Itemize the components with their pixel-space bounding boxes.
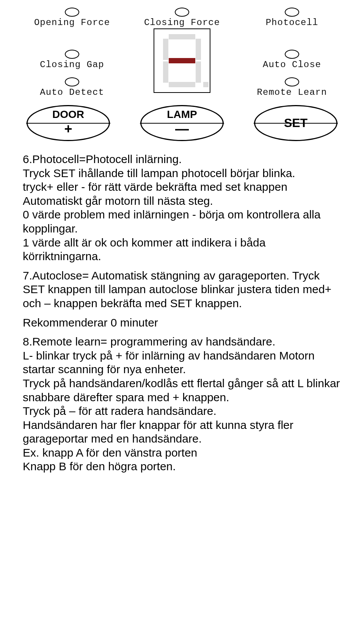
led-closing-gap: Closing Gap: [23, 50, 121, 70]
led-icon: [285, 50, 299, 59]
paragraph-recommend: Rekommenderar 0 minuter: [23, 316, 341, 330]
door-plus-button[interactable]: DOOR +: [27, 105, 110, 141]
lamp-button-label: LAMP: [167, 108, 197, 121]
control-panel-diagram: Opening Force Closing Force Phot: [23, 8, 341, 141]
led-remote-learn: Remote Learn: [243, 77, 341, 97]
lamp-minus-button[interactable]: LAMP —: [140, 105, 224, 141]
seven-segment-icon: [163, 34, 201, 87]
paragraph-8: 8.Remote learn= programmering av handsän…: [23, 335, 341, 474]
paragraph-7: 7.Autoclose= Automatisk stängning av gar…: [23, 269, 341, 311]
led-auto-close: Auto Close: [243, 50, 341, 70]
plus-icon: +: [64, 122, 72, 136]
led-icon: [285, 8, 299, 17]
paragraph-6: 6.Photocell=Photocell inlärning. Tryck S…: [23, 152, 341, 264]
document-body: 6.Photocell=Photocell inlärning. Tryck S…: [23, 152, 341, 474]
seven-segment-display: [154, 28, 210, 93]
set-button[interactable]: SET: [254, 105, 337, 141]
led-icon: [65, 77, 79, 86]
minus-icon: —: [175, 122, 189, 136]
led-label-opening-force: Opening Force: [34, 17, 110, 28]
led-label-photocell: Photocell: [266, 17, 318, 28]
led-label-closing-gap: Closing Gap: [40, 60, 104, 70]
led-icon: [175, 8, 189, 17]
door-button-label: DOOR: [52, 108, 84, 121]
led-icon: [285, 77, 299, 86]
led-label-closing-force: Closing Force: [144, 17, 220, 28]
led-icon: [65, 8, 79, 17]
led-label-auto-close: Auto Close: [263, 60, 321, 70]
led-opening-force: Opening Force: [23, 8, 121, 28]
led-closing-force: Closing Force: [133, 8, 231, 93]
led-photocell: Photocell: [243, 8, 341, 28]
led-label-auto-detect: Auto Detect: [40, 87, 104, 97]
led-icon: [65, 50, 79, 59]
led-label-remote-learn: Remote Learn: [257, 87, 327, 97]
led-auto-detect: Auto Detect: [23, 77, 121, 97]
